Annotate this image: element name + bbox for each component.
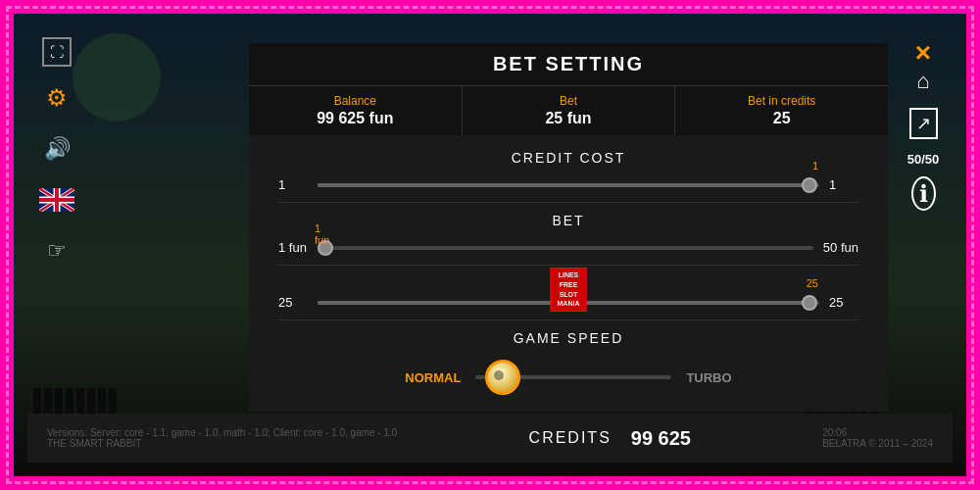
credit-cost-value-above: 1 bbox=[812, 160, 818, 172]
settings-button[interactable]: ⚙ bbox=[37, 78, 76, 118]
balance-label: Balance bbox=[253, 94, 458, 108]
version-text: Versions: Server: core - 1.1, game - 1.0… bbox=[47, 427, 397, 438]
balance-value: 99 625 fun bbox=[253, 110, 458, 127]
bet-max: 50 fun bbox=[823, 240, 858, 255]
left-sidebar: ⛶ ⚙ 🔊 ☞ bbox=[27, 27, 86, 463]
credit-cost-track[interactable]: 1 bbox=[318, 183, 819, 187]
home-button[interactable]: ⌂ bbox=[916, 69, 929, 94]
settings-body: CREDIT COST 1 1 1 BET 1 fun bbox=[249, 135, 888, 412]
sound-button[interactable]: 🔊 bbox=[37, 129, 76, 169]
balance-box: Balance 99 625 fun bbox=[249, 86, 463, 135]
turbo-label: TURBO bbox=[686, 370, 731, 385]
credit-cost-slider-row: 1 1 1 bbox=[278, 177, 858, 192]
info-button[interactable]: ℹ bbox=[911, 180, 936, 208]
game-speed-section: GAME SPEED NORMAL TURBO bbox=[278, 330, 858, 397]
share-button[interactable]: ↗ bbox=[909, 108, 938, 139]
home-icon: ⌂ bbox=[916, 69, 929, 93]
fifty-fifty-button[interactable]: 50/50 bbox=[907, 153, 940, 167]
credits-label: CREDITS bbox=[529, 429, 612, 447]
bet-slider-row: 1 fun 1 fun 50 fun bbox=[278, 240, 858, 255]
cursor-button[interactable]: ☞ bbox=[37, 231, 76, 270]
stats-row: Balance 99 625 fun Bet 25 fun Bet in cre… bbox=[249, 85, 888, 135]
bet-thumb[interactable]: 1 fun bbox=[318, 240, 333, 256]
share-icon: ↗ bbox=[909, 108, 938, 139]
panel-title: BET SETTING bbox=[249, 43, 888, 85]
game-speed-title: GAME SPEED bbox=[278, 330, 858, 346]
time-display: 20:06 bbox=[822, 427, 933, 438]
cursor-icon: ☞ bbox=[47, 238, 67, 264]
bet-track[interactable]: 1 fun bbox=[318, 246, 813, 250]
divider-3 bbox=[278, 319, 858, 320]
credit-cost-thumb[interactable]: 1 bbox=[802, 177, 817, 193]
language-button[interactable] bbox=[37, 180, 76, 220]
lines-section: LINES FREE SLOT MANIA 25 25 25 bbox=[278, 275, 858, 310]
credit-cost-min: 1 bbox=[278, 177, 308, 192]
lines-thumb[interactable]: 25 bbox=[802, 295, 817, 311]
bet-min: 1 fun bbox=[278, 240, 308, 255]
expand-button[interactable]: ⛶ bbox=[42, 37, 72, 67]
speed-row: NORMAL TURBO bbox=[278, 358, 858, 397]
right-sidebar: × ⌂ ↗ 50/50 ℹ bbox=[894, 27, 953, 463]
bet-setting-panel: BET SETTING Balance 99 625 fun Bet 25 fu… bbox=[249, 43, 888, 412]
uk-flag-icon bbox=[39, 188, 74, 212]
normal-label: NORMAL bbox=[405, 370, 461, 385]
lines-logo: LINES FREE SLOT MANIA bbox=[551, 268, 587, 312]
speed-slider[interactable] bbox=[475, 358, 671, 397]
lines-min: 25 bbox=[278, 295, 308, 310]
speed-knob[interactable] bbox=[485, 360, 520, 395]
bet-title: BET bbox=[278, 213, 858, 228]
gear-icon: ⚙ bbox=[46, 84, 68, 112]
lines-max: 25 bbox=[829, 295, 858, 310]
credits-display: CREDITS 99 625 bbox=[529, 427, 691, 450]
sound-icon: 🔊 bbox=[44, 136, 71, 162]
credit-cost-max: 1 bbox=[829, 177, 858, 192]
copyright: BELATRA © 2011 – 2024 bbox=[822, 438, 933, 449]
bet-box: Bet 25 fun bbox=[463, 86, 676, 135]
bet-credits-value: 25 bbox=[679, 110, 884, 127]
credits-value: 99 625 bbox=[631, 427, 691, 450]
bet-value-above: 1 fun bbox=[315, 222, 331, 246]
bet-label: Bet bbox=[466, 94, 671, 108]
bet-value: 25 fun bbox=[466, 110, 671, 127]
info-icon: ℹ bbox=[911, 176, 936, 211]
bet-credits-box: Bet in credits 25 bbox=[675, 86, 888, 135]
divider-2 bbox=[278, 265, 858, 266]
close-button[interactable]: × bbox=[915, 37, 931, 69]
time-copyright: 20:06 BELATRA © 2011 – 2024 bbox=[822, 427, 933, 449]
version-info: Versions: Server: core - 1.1, game - 1.0… bbox=[47, 427, 397, 449]
credit-cost-title: CREDIT COST bbox=[278, 150, 858, 166]
lines-logo-container: LINES FREE SLOT MANIA bbox=[551, 268, 587, 312]
divider-1 bbox=[278, 202, 858, 203]
bottom-bar: Versions: Server: core - 1.1, game - 1.0… bbox=[27, 414, 953, 463]
game-background: ⛶ ⚙ 🔊 ☞ × ⌂ ↗ 5 bbox=[14, 14, 966, 476]
bet-credits-label: Bet in credits bbox=[679, 94, 884, 108]
credit-cost-fill bbox=[318, 183, 809, 187]
game-name: THE SMART RABBIT bbox=[47, 438, 397, 449]
lines-value-above: 25 bbox=[807, 277, 818, 289]
